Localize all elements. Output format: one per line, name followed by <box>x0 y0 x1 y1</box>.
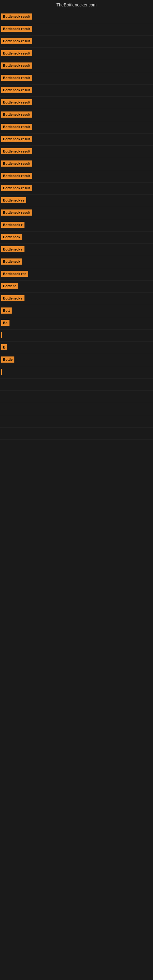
bottleneck-badge-4[interactable]: Bottleneck result <box>1 50 32 56</box>
result-item-30 <box>0 366 153 379</box>
bottleneck-badge-1[interactable]: Bottleneck result <box>1 13 32 20</box>
result-item-9: Bottleneck result <box>0 109 153 121</box>
bottleneck-badge-29[interactable]: Bottle <box>1 356 14 363</box>
result-item-11: Bottleneck result <box>0 134 153 146</box>
result-item-35 <box>0 428 153 440</box>
result-item-26: Bo <box>0 317 153 329</box>
result-item-25: Bott <box>0 305 153 317</box>
bottleneck-badge-10[interactable]: Bottleneck result <box>1 124 32 130</box>
bottleneck-badge-6[interactable]: Bottleneck result <box>1 75 32 81</box>
result-item-33 <box>0 403 153 415</box>
bottleneck-badge-3[interactable]: Bottleneck result <box>1 38 32 44</box>
result-item-29: Bottle <box>0 354 153 366</box>
bottleneck-badge-24[interactable]: Bottleneck r <box>1 295 24 301</box>
result-item-16: Bottleneck re <box>0 195 153 207</box>
result-item-23: Bottlene <box>0 280 153 293</box>
bottleneck-badge-11[interactable]: Bottleneck result <box>1 136 32 142</box>
result-item-4: Bottleneck result <box>0 48 153 60</box>
bottleneck-badge-20[interactable]: Bottleneck r <box>1 246 24 252</box>
result-item-1: Bottleneck result <box>0 11 153 23</box>
result-item-12: Bottleneck result <box>0 146 153 158</box>
bottleneck-badge-23[interactable]: Bottlene <box>1 283 18 289</box>
cursor-indicator-30 <box>1 369 2 375</box>
bottleneck-badge-9[interactable]: Bottleneck result <box>1 111 32 118</box>
result-item-20: Bottleneck r <box>0 244 153 256</box>
result-item-8: Bottleneck result <box>0 97 153 109</box>
bottleneck-badge-21[interactable]: Bottleneck <box>1 258 22 265</box>
bottleneck-badge-15[interactable]: Bottleneck result <box>1 185 32 191</box>
bottleneck-badge-28[interactable]: B <box>1 344 7 350</box>
result-item-21: Bottleneck <box>0 256 153 268</box>
bottleneck-badge-19[interactable]: Bottleneck <box>1 234 22 240</box>
result-item-28: B <box>0 342 153 354</box>
result-item-22: Bottleneck res <box>0 268 153 280</box>
result-item-10: Bottleneck result <box>0 121 153 134</box>
result-item-7: Bottleneck result <box>0 84 153 97</box>
result-item-13: Bottleneck result <box>0 158 153 170</box>
result-item-2: Bottleneck result <box>0 23 153 35</box>
bottleneck-badge-16[interactable]: Bottleneck re <box>1 197 26 204</box>
result-item-34 <box>0 415 153 428</box>
result-item-5: Bottleneck result <box>0 60 153 72</box>
result-item-3: Bottleneck result <box>0 35 153 48</box>
site-title: TheBottlenecker.com <box>0 0 153 10</box>
bottleneck-badge-18[interactable]: Bottleneck r <box>1 222 24 228</box>
bottleneck-badge-5[interactable]: Bottleneck result <box>1 62 32 68</box>
result-item-17: Bottleneck result <box>0 207 153 219</box>
site-header: TheBottlenecker.com <box>0 0 153 10</box>
results-container: Bottleneck resultBottleneck resultBottle… <box>0 10 153 441</box>
result-item-24: Bottleneck r <box>0 293 153 305</box>
result-item-19: Bottleneck <box>0 232 153 244</box>
bottleneck-badge-14[interactable]: Bottleneck result <box>1 173 32 179</box>
bottleneck-badge-25[interactable]: Bott <box>1 307 12 313</box>
result-item-27 <box>0 329 153 342</box>
bottleneck-badge-2[interactable]: Bottleneck result <box>1 26 32 32</box>
bottleneck-badge-17[interactable]: Bottleneck result <box>1 210 32 216</box>
result-item-6: Bottleneck result <box>0 72 153 84</box>
result-item-32 <box>0 391 153 403</box>
bottleneck-badge-22[interactable]: Bottleneck res <box>1 271 28 277</box>
result-item-31 <box>0 379 153 391</box>
result-item-14: Bottleneck result <box>0 170 153 183</box>
bottleneck-badge-8[interactable]: Bottleneck result <box>1 99 32 105</box>
bottleneck-badge-7[interactable]: Bottleneck result <box>1 87 32 93</box>
bottleneck-badge-12[interactable]: Bottleneck result <box>1 148 32 154</box>
bottleneck-badge-26[interactable]: Bo <box>1 320 10 326</box>
bottleneck-badge-13[interactable]: Bottleneck result <box>1 161 32 167</box>
cursor-indicator-27 <box>1 332 2 338</box>
result-item-15: Bottleneck result <box>0 183 153 195</box>
result-item-18: Bottleneck r <box>0 219 153 232</box>
